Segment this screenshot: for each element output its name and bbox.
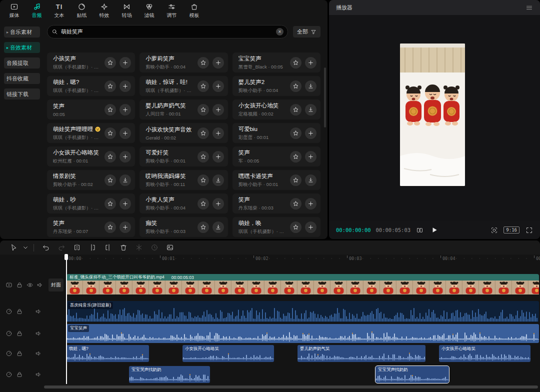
tab-text[interactable]: TI 文本 — [48, 0, 70, 19]
download-button[interactable] — [212, 174, 224, 186]
play-button[interactable] — [430, 225, 440, 235]
add-to-track-button[interactable] — [120, 222, 131, 233]
lock-icon[interactable] — [16, 330, 23, 337]
download-button[interactable] — [212, 222, 224, 233]
sound-card[interactable]: 可爱biu 彩蛋蛋 · 00:01 — [232, 123, 320, 143]
add-to-track-button[interactable] — [120, 151, 131, 162]
timeline-ruler[interactable]: 00:0000:0100:0200:0300:0400:05 — [65, 254, 540, 263]
clear-search-button[interactable]: × — [276, 28, 284, 36]
search-input[interactable]: 萌娃笑声 × — [47, 25, 288, 38]
playhead[interactable] — [66, 254, 67, 384]
favorite-star-button[interactable] — [104, 80, 116, 92]
sound-card[interactable]: 笑声 丹东瑶柴 · 00:03 — [232, 194, 320, 214]
cover-button[interactable]: 封面 — [48, 278, 64, 292]
audio-clip[interactable]: 宝宝哭声找奶奶 — [129, 366, 210, 383]
download-button[interactable] — [305, 80, 316, 92]
sound-card[interactable]: 嘿嘿卡通笑声 剪映小助手 · 00:01 — [232, 170, 320, 190]
audio-clip[interactable]: 小女孩开心咯咯笑 — [182, 345, 274, 362]
favorite-star-button[interactable] — [198, 57, 209, 68]
mute-speaker-icon[interactable] — [35, 350, 42, 357]
sound-card[interactable]: 萌娃，吵 琪琪（手机摄影）· 00:01 — [47, 194, 135, 214]
tab-sticker[interactable]: 贴纸 — [70, 0, 93, 19]
sidebar-item-4[interactable]: 链接下载 — [4, 88, 40, 100]
favorite-star-button[interactable] — [104, 57, 116, 68]
undo-button[interactable] — [38, 242, 54, 254]
sound-card[interactable]: 萌娃，唤 琪琪（手机摄影）· 00:01 — [232, 217, 320, 237]
audio-clip[interactable]: 婴儿奶声奶气笑 — [298, 345, 426, 362]
sound-card[interactable]: 小孩欢快笑声音效 Gerald · 00:02 — [140, 123, 228, 143]
playhead-handle[interactable] — [64, 254, 68, 260]
tab-effects[interactable]: 特效 — [93, 0, 116, 19]
favorite-star-button[interactable] — [198, 80, 209, 92]
audio-clip[interactable]: 小女孩开心咯咯笑 — [439, 345, 530, 362]
favorite-star-button[interactable] — [104, 104, 116, 116]
sound-card[interactable]: 笑声 00:05 — [47, 100, 135, 120]
favorite-star-button[interactable] — [104, 128, 116, 139]
add-to-track-button[interactable] — [212, 151, 224, 162]
sound-card[interactable]: 萌娃，嗯? 琪琪（手机摄影）· 00:01 — [47, 76, 135, 96]
freeze-frame-button[interactable] — [131, 242, 146, 254]
favorite-star-button[interactable] — [290, 104, 302, 116]
sidebar-item-0[interactable]: ▸音乐素材 — [4, 26, 40, 38]
sound-card[interactable]: 癫笑 剪映小助手 · 00:03 — [140, 217, 228, 237]
favorite-star-button[interactable] — [104, 198, 116, 210]
player-menu-icon[interactable] — [526, 4, 533, 12]
sound-card[interactable]: 笑声 丹东瑶柴 · 00:07 — [47, 217, 135, 237]
add-to-track-button[interactable] — [120, 57, 131, 68]
add-to-track-button[interactable] — [305, 222, 316, 233]
add-to-track-button[interactable] — [120, 198, 131, 210]
sound-card[interactable]: 婴儿笑声2 剪映小助手 · 00:04 — [232, 76, 320, 96]
favorite-star-button[interactable] — [290, 151, 302, 162]
favorite-star-button[interactable] — [198, 151, 209, 162]
tab-transition[interactable]: 转场 — [116, 0, 138, 19]
favorite-star-button[interactable] — [104, 174, 116, 186]
favorite-star-button[interactable] — [290, 128, 302, 139]
sidebar-item-1[interactable]: ▸音效素材 — [4, 42, 40, 53]
sound-card[interactable]: 哎哟我滴妈爆笑 剪映小助手 · 00:11 — [140, 170, 228, 190]
quality-icon[interactable] — [416, 226, 424, 234]
audio-clip[interactable]: 宝宝哭声找奶奶 — [376, 366, 449, 383]
add-to-track-button[interactable] — [120, 80, 131, 92]
lock-icon[interactable] — [16, 371, 23, 378]
redo-button[interactable] — [54, 242, 69, 254]
add-to-track-button[interactable] — [120, 104, 131, 116]
favorite-star-button[interactable] — [198, 128, 209, 139]
add-to-track-button[interactable] — [305, 57, 316, 68]
download-button[interactable] — [305, 174, 316, 186]
sidebar-item-3[interactable]: 抖音收藏 — [4, 73, 40, 84]
mute-speaker-icon[interactable] — [35, 308, 42, 315]
sound-card[interactable]: 笑声 车 · 00:05 — [232, 146, 320, 166]
lock-icon[interactable] — [16, 350, 23, 357]
reverse-button[interactable] — [146, 242, 162, 254]
add-to-track-button[interactable] — [305, 151, 316, 162]
sound-card[interactable]: 小女孩开心地笑 定格视频 · 00:02 — [232, 100, 320, 120]
favorite-star-button[interactable] — [290, 222, 302, 233]
lock-icon[interactable] — [16, 282, 23, 288]
favorite-star-button[interactable] — [290, 80, 302, 92]
lock-icon[interactable] — [16, 308, 23, 315]
trim-left-button[interactable] — [84, 242, 100, 254]
trim-right-button[interactable] — [100, 242, 116, 254]
sound-card[interactable]: 小女孩开心咯咯笑 欧州红雁 · 00:01 — [47, 146, 135, 166]
sound-card[interactable]: 婴儿奶声奶气笑 人间日常 · 00:01 — [140, 100, 228, 120]
download-button[interactable] — [120, 174, 131, 186]
sound-card[interactable]: 小孩笑声 琪琪（手机摄影）· 00:03 — [47, 52, 135, 72]
cover-edit-icon[interactable] — [162, 242, 178, 254]
fullscreen-icon[interactable] — [525, 226, 533, 234]
split-button[interactable] — [69, 242, 84, 254]
horizontal-scrollbar[interactable] — [44, 386, 538, 388]
download-button[interactable] — [305, 104, 316, 116]
add-to-track-button[interactable] — [305, 128, 316, 139]
favorite-star-button[interactable] — [198, 198, 209, 210]
tab-media[interactable]: 媒体 — [3, 0, 26, 19]
aspect-ratio-button[interactable]: 9:16 — [504, 226, 520, 234]
sound-card[interactable]: 宝宝笑声 黑雪哥_Black · 00:05 — [232, 52, 320, 72]
preview-focus-icon[interactable] — [490, 226, 498, 234]
favorite-star-button[interactable] — [290, 174, 302, 186]
mute-speaker-icon[interactable] — [35, 330, 42, 337]
mute-speaker-icon[interactable] — [35, 371, 42, 378]
favorite-star-button[interactable] — [198, 104, 209, 116]
audio-clip[interactable]: 喜庆纯音乐(辞旧迎新) — [66, 301, 539, 322]
add-to-track-button[interactable] — [305, 198, 316, 210]
sound-card[interactable]: 萌娃，惊讶，哇! 琪琪（手机摄影）· 00:01 — [140, 76, 228, 96]
